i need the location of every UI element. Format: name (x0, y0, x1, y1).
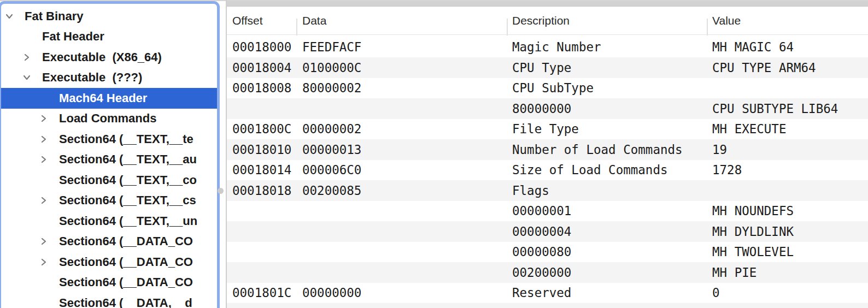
cell-offset: 00018018 (232, 183, 302, 198)
tree-item[interactable]: Section64 (__TEXT,__te (1, 129, 217, 150)
tree-item-label: Section64 (__TEXT,__te (59, 132, 193, 146)
cell-description: 00200000 (512, 265, 712, 280)
table-row[interactable]: 00018018 00200085 Flags (227, 180, 868, 201)
chevron-placeholder (38, 298, 49, 308)
cell-value: CPU_SUBTYPE_LIB64 (712, 102, 868, 116)
chevron-placeholder (38, 277, 49, 288)
tree-item-label: Section64 (__TEXT,__au (59, 152, 197, 167)
cell-value: 19 (712, 143, 868, 157)
cell-description: 00000080 (512, 245, 712, 259)
tree-item-label: Section64 (__DATA_CO (59, 275, 193, 289)
tree-item[interactable]: Section64 (__DATA_CO (1, 273, 217, 293)
cell-value: MH_TWOLEVEL (712, 245, 868, 259)
chevron-down-icon[interactable] (21, 72, 32, 83)
column-header-offset[interactable]: Offset (232, 14, 302, 27)
cell-offset: 00018014 (232, 163, 302, 177)
table-row[interactable] (227, 303, 868, 308)
cell-value: MH_DYLDLINK (712, 224, 868, 239)
cell-data: 00000013 (302, 143, 512, 157)
cell-description: Flags (512, 183, 712, 198)
table-row[interactable]: 00000001 MH_NOUNDEFS (227, 201, 868, 222)
table-row[interactable]: 80000000 CPU_SUBTYPE_LIB64 (227, 98, 868, 119)
cell-value: 0 (712, 286, 868, 300)
cell-value: CPU_TYPE_ARM64 (712, 61, 868, 75)
tree-item[interactable]: Section64 (__TEXT,__cs (1, 191, 217, 211)
column-resize-handle[interactable] (707, 19, 708, 35)
table-row[interactable]: 00018004 0100000C CPU Type CPU_TYPE_ARM6… (227, 57, 868, 78)
tree-item-label: Executable (X86_64) (42, 50, 162, 64)
sidebar-outline-panel: Fat Binary Fat Header Executable (X86_64… (0, 1, 220, 308)
table-row[interactable]: 00000004 MH_DYLDLINK (227, 221, 868, 242)
table-row[interactable]: 00200000 MH_PIE (227, 262, 868, 283)
chevron-right-icon[interactable] (38, 154, 49, 165)
column-header-data[interactable]: Data (302, 14, 512, 27)
table-row[interactable]: 00000080 MH_TWOLEVEL (227, 242, 868, 263)
table-row[interactable]: 00018010 00000013 Number of Load Command… (227, 139, 868, 160)
column-header-value[interactable]: Value (712, 14, 868, 27)
column-resize-handle[interactable] (507, 19, 508, 35)
tree-item[interactable]: Executable (???) (1, 68, 217, 88)
cell-data: 00000002 (302, 122, 512, 136)
tree-item[interactable]: Section64 (__DATA_CO (1, 232, 217, 252)
chevron-right-icon[interactable] (38, 113, 49, 124)
chevron-right-icon[interactable] (38, 195, 49, 206)
cell-value: MH_MAGIC_64 (712, 40, 868, 54)
cell-data: 00200085 (302, 183, 512, 198)
chevron-placeholder (21, 31, 32, 42)
tree-item[interactable]: Fat Header (1, 27, 217, 48)
cell-description: Reserved (512, 286, 712, 300)
cell-offset: 0001800C (232, 122, 302, 136)
cell-description: File Type (512, 122, 712, 136)
cell-data: 0100000C (302, 61, 512, 75)
cell-data: FEEDFACF (302, 40, 512, 54)
table-body: 00018000 FEEDFACF Magic Number MH_MAGIC_… (227, 37, 868, 308)
tree-item-label: Fat Binary (25, 9, 84, 23)
table-row[interactable]: 00018008 80000002 CPU SubType (227, 78, 868, 99)
binary-structure-tree: Fat Binary Fat Header Executable (X86_64… (1, 4, 217, 308)
tree-item[interactable]: Load Commands (1, 109, 217, 129)
cell-offset: 00018000 (232, 40, 302, 54)
tree-item-label: Fat Header (42, 29, 104, 44)
table-header-row: Offset Data Description Value (227, 7, 868, 35)
tree-item[interactable]: Section64 (__DATA_CO (1, 252, 217, 273)
chevron-right-icon[interactable] (21, 52, 32, 63)
chevron-right-icon[interactable] (38, 134, 49, 145)
table-row[interactable]: 0001801C 00000000 Reserved 0 (227, 283, 868, 304)
tree-item[interactable]: Section64 (__TEXT,__co (1, 170, 217, 191)
tree-item-label: Section64 (__TEXT,__co (59, 173, 197, 187)
cell-description: 80000000 (512, 102, 712, 116)
chevron-right-icon[interactable] (38, 236, 49, 247)
tree-item[interactable]: Section64 (__TEXT,__un (1, 211, 217, 232)
column-resize-handle[interactable] (296, 19, 297, 35)
cell-value: 1728 (712, 163, 868, 177)
chevron-right-icon[interactable] (38, 257, 49, 268)
tree-item-label: Load Commands (59, 111, 156, 126)
table-row[interactable]: 0001800C 00000002 File Type MH_EXECUTE (227, 119, 868, 140)
tree-item-label: Section64 (__TEXT,__cs (59, 193, 196, 208)
tree-item[interactable]: Section64 (__TEXT,__au (1, 150, 217, 170)
cell-value: MH_PIE (712, 265, 868, 280)
cell-description: CPU Type (512, 61, 712, 75)
table-row[interactable]: 00018000 FEEDFACF Magic Number MH_MAGIC_… (227, 37, 868, 58)
tree-item[interactable]: Section64 (__DATA,__d (1, 293, 217, 308)
pane-splitter-handle[interactable] (218, 188, 224, 194)
chevron-down-icon[interactable] (4, 11, 15, 22)
pane-divider (226, 0, 227, 308)
cell-description: 00000004 (512, 224, 712, 239)
column-header-description[interactable]: Description (512, 14, 712, 27)
mach-header-table-pane: Offset Data Description Value 00018000 F… (227, 0, 868, 308)
cell-description: 00000001 (512, 204, 712, 218)
cell-offset: 00018008 (232, 81, 302, 95)
tree-item[interactable]: Mach64 Header (1, 88, 217, 109)
table-row[interactable]: 00018014 000006C0 Size of Load Commands … (227, 160, 868, 181)
cell-description: Number of Load Commands (512, 143, 712, 157)
tree-item[interactable]: Executable (X86_64) (1, 47, 217, 68)
chevron-placeholder (38, 216, 49, 227)
cell-data: 000006C0 (302, 163, 512, 177)
tree-item[interactable]: Fat Binary (1, 6, 217, 27)
cell-value: MH_EXECUTE (712, 122, 868, 136)
cell-description: CPU SubType (512, 81, 712, 95)
cell-offset: 00018010 (232, 143, 302, 157)
tree-item-label: Executable (???) (42, 70, 142, 85)
cell-data: 80000002 (302, 81, 512, 95)
